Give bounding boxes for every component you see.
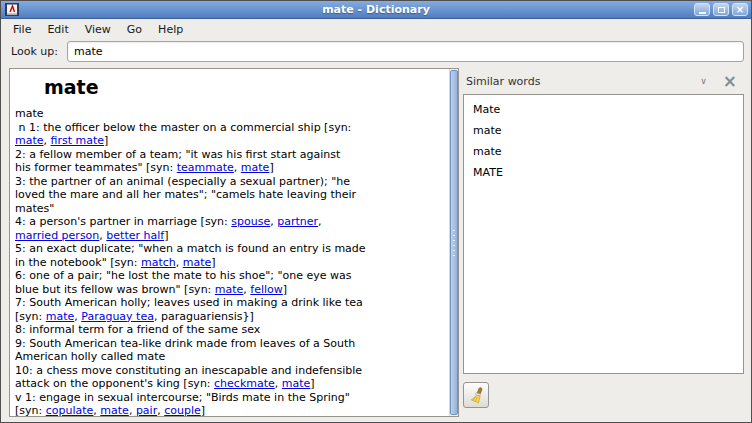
- definition-line: mate: [15, 107, 447, 121]
- definition-text-segment: mate: [15, 107, 44, 120]
- similar-words-list[interactable]: MatematemateMATE: [463, 94, 744, 374]
- definition-line: 7: South American holly; leaves used in …: [15, 296, 447, 310]
- definition-text-segment: blue but its fellow was brown" [syn:: [15, 283, 215, 296]
- definition-text-segment: ]: [164, 229, 168, 242]
- definition-line: 4: a person's partner in marriage [syn: …: [15, 215, 447, 229]
- synonym-link[interactable]: pair: [136, 404, 157, 416]
- similar-words-header: Similar words ∨ ×: [463, 68, 744, 94]
- definition-text-segment: ,: [234, 161, 241, 174]
- definition-text-segment: ,: [129, 404, 136, 416]
- similar-word-item[interactable]: mate: [464, 120, 743, 141]
- window-title: mate - Dictionary: [1, 3, 751, 16]
- lookup-input[interactable]: [67, 41, 744, 62]
- synonym-link[interactable]: mate: [241, 161, 270, 174]
- similar-words-title: Similar words: [466, 75, 694, 88]
- definition-line: 5: an exact duplicate; "when a match is …: [15, 242, 447, 256]
- dictionary-app-icon: [5, 3, 19, 16]
- menu-item-view[interactable]: View: [77, 20, 119, 39]
- definition-text-segment: n 1: the officer below the master on a c…: [15, 121, 351, 134]
- chevron-down-icon: ∨: [700, 76, 707, 86]
- definition-scrollbar[interactable]: [449, 69, 458, 416]
- titlebar[interactable]: mate - Dictionary ×: [1, 1, 751, 19]
- similar-word-item[interactable]: mate: [464, 141, 743, 162]
- close-button[interactable]: ×: [732, 3, 748, 16]
- definition-line: mates": [15, 202, 447, 216]
- definition-line: his former teammates" [syn: teammate, ma…: [15, 161, 447, 175]
- synonym-link[interactable]: mate: [215, 283, 244, 296]
- menu-item-help[interactable]: Help: [150, 20, 191, 39]
- definition-text-segment: 8: informal term for a friend of the sam…: [15, 323, 260, 336]
- similar-word-item[interactable]: Mate: [464, 99, 743, 120]
- synonym-link[interactable]: mate: [282, 377, 311, 390]
- definition-text-segment: ,: [176, 256, 183, 269]
- definition-text-segment: 5: an exact duplicate; "when a match is …: [15, 242, 366, 255]
- definition-line: married person, better half]: [15, 229, 447, 243]
- maximize-button[interactable]: [713, 3, 729, 16]
- dictionary-window: mate - Dictionary × FileEditViewGoHelp L…: [0, 0, 752, 423]
- synonym-link[interactable]: better half: [106, 229, 164, 242]
- definition-text-segment: 6: one of a pair; "he lost the mate to h…: [15, 269, 352, 282]
- definition-headword: mate: [44, 75, 447, 99]
- definition-text-segment: ,: [275, 377, 282, 390]
- definition-text-segment: 4: a person's partner in marriage [syn:: [15, 215, 231, 228]
- main-area: mate mate n 1: the officer below the mas…: [1, 66, 751, 422]
- synonym-link[interactable]: teammate: [177, 161, 234, 174]
- synonym-link[interactable]: partner: [277, 215, 318, 228]
- definition-text-segment: ]: [104, 134, 108, 147]
- definition-line: attack on the opponent's king [syn: chec…: [15, 377, 447, 391]
- definition-text-segment: ]: [211, 256, 215, 269]
- synonym-link[interactable]: mate: [46, 310, 75, 323]
- definition-line: v 1: engage in sexual intercourse; "Bird…: [15, 391, 447, 405]
- synonym-link[interactable]: first mate: [51, 134, 105, 147]
- synonym-link[interactable]: spouse: [231, 215, 270, 228]
- definition-line: loved the mare and all her mates"; "came…: [15, 188, 447, 202]
- definition-line: American holly called mate: [15, 350, 447, 364]
- definition-text-segment: ]: [269, 161, 273, 174]
- definition-textview[interactable]: mate mate n 1: the officer below the mas…: [10, 69, 449, 416]
- minimize-icon: [699, 12, 706, 14]
- definition-text-segment: 3: the partner of an animal (especially …: [15, 175, 350, 188]
- definition-text-segment: [syn:: [15, 404, 46, 416]
- minimize-button[interactable]: [694, 3, 710, 16]
- definition-line: 2: a fellow member of a team; "it was hi…: [15, 148, 447, 162]
- definition-line: 8: informal term for a friend of the sam…: [15, 323, 447, 337]
- close-panel-button[interactable]: ×: [719, 74, 741, 88]
- menubar: FileEditViewGoHelp: [1, 19, 751, 39]
- synonym-link[interactable]: mate: [183, 256, 212, 269]
- definition-text: mate n 1: the officer below the master o…: [15, 107, 447, 416]
- menu-item-file[interactable]: File: [5, 20, 39, 39]
- window-controls: ×: [691, 3, 748, 16]
- definition-text-segment: , paraguariensis}]: [154, 310, 254, 323]
- definition-line: n 1: the officer below the master on a c…: [15, 121, 447, 135]
- similar-word-item[interactable]: MATE: [464, 162, 743, 183]
- definition-text-segment: [syn:: [15, 310, 46, 323]
- collapse-panel-button[interactable]: ∨: [694, 74, 713, 89]
- definition-line: [syn: copulate, mate, pair, couple]: [15, 404, 447, 416]
- synonym-link[interactable]: copulate: [46, 404, 94, 416]
- definition-line: 10: a chess move constituting an inescap…: [15, 364, 447, 378]
- synonym-link[interactable]: fellow: [250, 283, 282, 296]
- menu-item-go[interactable]: Go: [119, 20, 150, 39]
- definition-text-segment: v 1: engage in sexual intercourse; "Bird…: [15, 391, 350, 404]
- synonym-link[interactable]: couple: [164, 404, 201, 416]
- synonym-link[interactable]: checkmate: [214, 377, 275, 390]
- menu-item-edit[interactable]: Edit: [39, 20, 76, 39]
- definition-line: blue but its fellow was brown" [syn: mat…: [15, 283, 447, 297]
- definition-text-segment: ]: [201, 404, 205, 416]
- definition-text-segment: attack on the opponent's king [syn:: [15, 377, 214, 390]
- definition-line: mate, first mate]: [15, 134, 447, 148]
- synonym-link[interactable]: mate: [15, 134, 44, 147]
- close-icon: ×: [736, 5, 744, 15]
- definition-text-segment: ]: [310, 377, 314, 390]
- synonym-link[interactable]: mate: [100, 404, 129, 416]
- synonym-link[interactable]: married person: [15, 229, 99, 242]
- definition-text-segment: mates": [15, 202, 54, 215]
- maximize-icon: [718, 7, 725, 13]
- lookup-row: Look up:: [1, 39, 751, 66]
- definition-text-segment: American holly called mate: [15, 350, 165, 363]
- clear-button[interactable]: [463, 382, 489, 408]
- scrollbar-thumb[interactable]: [450, 70, 458, 415]
- synonym-link[interactable]: match: [141, 256, 176, 269]
- synonym-link[interactable]: Paraguay tea: [81, 310, 154, 323]
- definition-text-segment: 9: South American tea-like drink made fr…: [15, 337, 355, 350]
